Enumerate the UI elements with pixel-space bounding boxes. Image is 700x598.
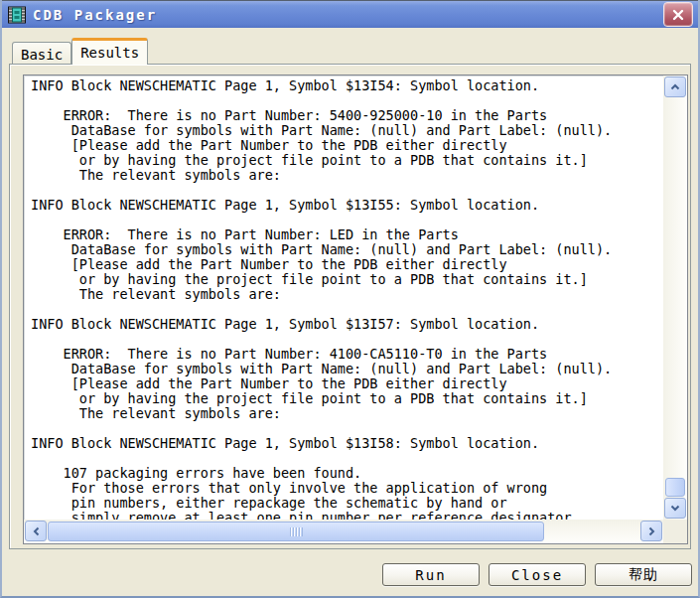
scroll-down-icon [670,505,680,512]
scroll-up-button[interactable] [664,76,686,97]
scrollbar-corner [663,520,687,543]
close-button[interactable] [663,2,693,27]
scroll-down-button[interactable] [664,498,686,519]
scroll-up-icon [670,83,680,90]
window-title: CDB Packager [33,7,157,23]
run-button[interactable]: Run [382,563,480,586]
results-tab-page: INFO Block NEWSCHEMATIC Page 1, Symbol $… [9,64,691,549]
horizontal-scroll-thumb[interactable] [48,522,544,541]
chip-icon [7,5,27,25]
tab-results-label: Results [80,45,139,61]
close-button-label: Close [511,567,563,583]
titlebar[interactable]: CDB Packager [2,0,698,28]
help-button-label: 帮助 [629,566,658,584]
horizontal-scrollbar[interactable] [24,520,663,543]
results-log-box[interactable]: INFO Block NEWSCHEMATIC Page 1, Symbol $… [23,75,688,544]
vertical-scrollbar[interactable] [663,75,687,520]
results-log-text[interactable]: INFO Block NEWSCHEMATIC Page 1, Symbol $… [24,75,663,520]
scroll-left-button[interactable] [25,521,47,541]
tab-bar: Basic Results [12,38,148,65]
thumb-grip [290,527,303,536]
tab-basic-label: Basic [21,47,63,63]
scroll-right-icon [648,526,655,536]
tab-basic[interactable]: Basic [12,42,71,64]
vertical-scroll-thumb[interactable] [665,478,685,497]
run-button-label: Run [415,567,446,583]
scroll-right-button[interactable] [640,521,662,541]
scroll-left-icon [33,526,40,536]
tab-results[interactable]: Results [71,38,148,65]
close-icon [672,9,684,21]
close-dialog-button[interactable]: Close [489,563,586,586]
cdb-packager-dialog: CDB Packager Basic Results INFO Block NE… [0,0,700,598]
help-button[interactable]: 帮助 [595,563,692,586]
